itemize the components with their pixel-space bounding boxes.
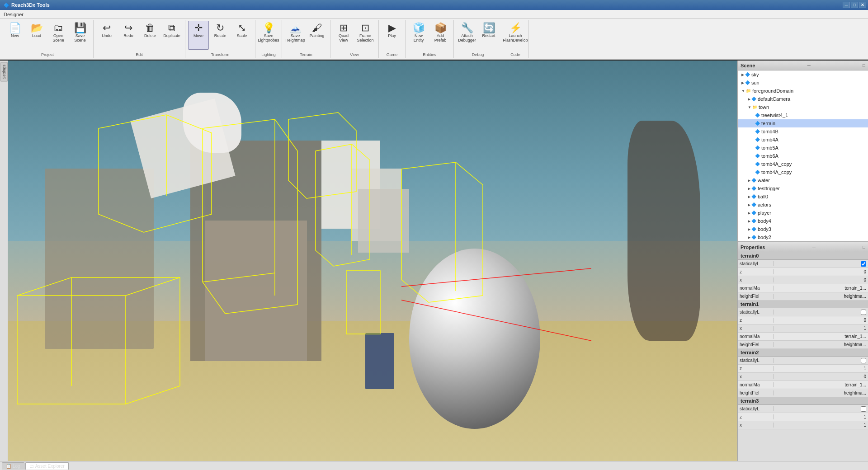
tool-btn-attach-debugger[interactable]: 🔧Attach Debugger [457, 21, 477, 50]
prop-label: x [738, 423, 774, 428]
tree-item[interactable]: 🔷tomb4A_copy [738, 160, 868, 168]
tree-item[interactable]: ▶🔷sun [738, 79, 868, 87]
prop-row[interactable]: heightFielheightma... [738, 389, 868, 397]
tree-item[interactable]: ▶🔷water [738, 176, 868, 184]
tree-item[interactable]: ▶🔷ball0 [738, 193, 868, 201]
tool-btn-save-scene[interactable]: 💾Save Scene [70, 21, 90, 50]
tool-btn-move[interactable]: ✛Move [188, 21, 209, 50]
prop-value: heightma... [774, 390, 868, 395]
prop-group-header: terrain2 [738, 349, 868, 357]
tree-item[interactable]: ▶🔷testtrigger [738, 184, 868, 193]
right-panel: Scene ─ □ ▶🔷sky▶🔷sun▼📁foregroundDomain▶🔷… [737, 61, 868, 461]
tool-btn-frame-selection[interactable]: ⊡Frame Selection [355, 21, 376, 50]
status-tab-asset-explorer[interactable]: 🗂Asset Explorer [25, 462, 69, 470]
prop-label: normalMa [738, 286, 774, 291]
tool-btn-rotate[interactable]: ↻Rotate [210, 21, 231, 50]
minimize-button[interactable]: ─ [843, 2, 850, 8]
prop-row[interactable]: normalMaterrain_1... [738, 381, 868, 389]
tree-item[interactable]: ▶🔷sky [738, 70, 868, 79]
tool-btn-undo[interactable]: ↩Undo [96, 21, 117, 50]
tool-btn-new-entity[interactable]: 🧊New Entity [408, 21, 429, 50]
designer-tab[interactable]: Designer [0, 10, 27, 19]
tree-item[interactable]: 🔷tomb5A [738, 144, 868, 152]
tree-item[interactable]: ▶🔷defaultCamera [738, 95, 868, 103]
tool-btn-painting[interactable]: 🖌Painting [307, 21, 327, 50]
toolbar-group-game: ▶PlayGame [379, 20, 406, 58]
tool-btn-restart[interactable]: 🔄Restart [478, 21, 499, 50]
settings-sidebar: Settings [0, 61, 8, 461]
close-button[interactable]: ✕ [859, 2, 866, 8]
status-tab-icon: 🗂 [29, 464, 34, 469]
tool-btn-play[interactable]: ▶Play [382, 21, 402, 50]
prop-row[interactable]: z1 [738, 365, 868, 373]
tree-item-label: tomb6A [761, 153, 778, 159]
prop-row[interactable]: x1 [738, 324, 868, 333]
tool-btn-open-scene[interactable]: 🗂Open Scene [48, 21, 69, 50]
tree-item-label: testtrigger [758, 186, 780, 191]
prop-row[interactable]: staticallyL [738, 357, 868, 365]
prop-checkbox[interactable] [861, 358, 866, 363]
tree-item[interactable]: ▶🔷body2 [738, 233, 868, 241]
prop-label: staticallyL [738, 358, 774, 363]
tool-btn-add-prefab[interactable]: 📦Add Prefab [430, 21, 451, 50]
scene-panel-minimize[interactable]: ─ [807, 63, 811, 68]
prop-row[interactable]: staticallyL [738, 405, 868, 413]
tool-btn-quad-view[interactable]: ⊞Quad View [333, 21, 354, 50]
tree-item[interactable]: ▼📁town [738, 103, 868, 111]
prop-row[interactable]: normalMaterrain_1... [738, 284, 868, 292]
tree-item[interactable]: 🔷treetwist4_1 [738, 111, 868, 119]
tree-item-label: tomb4A [761, 137, 778, 142]
maximize-button[interactable]: □ [851, 2, 858, 8]
tree-item[interactable]: ▶🔷actors [738, 201, 868, 209]
prop-row[interactable]: x0 [738, 373, 868, 381]
prop-checkbox[interactable] [861, 310, 866, 315]
tree-item[interactable]: ▶🔷body4 [738, 217, 868, 225]
tool-btn-new[interactable]: 📄New [5, 21, 25, 50]
props-panel-maximize[interactable]: □ [863, 244, 865, 249]
tool-btn-scale[interactable]: ⤡Scale [231, 21, 252, 50]
settings-tab[interactable]: Settings [0, 62, 8, 82]
tool-btn-save-heightmap[interactable]: 🗻Save Heightmap [285, 21, 306, 50]
tree-item[interactable]: 🔷tomb4B [738, 127, 868, 136]
prop-row[interactable]: z1 [738, 413, 868, 421]
tree-item[interactable]: ▶🔷player [738, 209, 868, 217]
quad-view-label: Quad View [335, 34, 353, 43]
prop-row[interactable]: normalMaterrain_1... [738, 333, 868, 341]
prop-row[interactable]: staticallyL [738, 260, 868, 268]
prop-checkbox[interactable] [861, 406, 866, 412]
prop-row[interactable]: staticallyL [738, 308, 868, 316]
toolbar-group-label-code: Code [505, 52, 526, 57]
tree-item[interactable]: ▼📁foregroundDomain [738, 87, 868, 95]
prop-row[interactable]: heightFielheightma... [738, 292, 868, 301]
toolbar-group-label-entities: Entities [408, 52, 451, 57]
tree-item[interactable]: 🔷tomb4A_copy [738, 168, 868, 176]
save-heightmap-icon: 🗻 [289, 23, 302, 33]
add-prefab-icon: 📦 [434, 23, 447, 33]
tree-item-label: treetwist4_1 [761, 113, 788, 118]
tree-item-icon: 🔷 [751, 186, 756, 191]
prop-checkbox[interactable] [861, 261, 866, 267]
tool-btn-launch-flashdevelop[interactable]: ⚡Launch FlashDevelop [505, 21, 526, 50]
status-tab-log[interactable]: 📋Log [2, 462, 24, 470]
tool-btn-delete[interactable]: 🗑Delete [140, 21, 160, 50]
prop-row[interactable]: x0 [738, 276, 868, 284]
prop-row[interactable]: heightFielheightma... [738, 341, 868, 349]
tree-item[interactable]: 🔷tomb6A [738, 152, 868, 160]
tree-item[interactable]: 🔷terrain [738, 119, 868, 127]
prop-value: 0 [774, 269, 868, 274]
prop-row[interactable]: z0 [738, 316, 868, 324]
tool-btn-duplicate[interactable]: ⧉Duplicate [161, 21, 182, 50]
save-heightmap-label: Save Heightmap [285, 34, 305, 43]
prop-label: z [738, 269, 774, 274]
tool-btn-save-lightprobes[interactable]: 💡Save Lightprobes [258, 21, 279, 50]
tree-item[interactable]: 🔷tomb4A [738, 136, 868, 144]
prop-row[interactable]: z0 [738, 268, 868, 276]
tree-expand-icon: ▶ [748, 235, 750, 240]
prop-row[interactable]: x1 [738, 421, 868, 429]
props-panel-minimize[interactable]: ─ [812, 244, 816, 249]
scene-panel-maximize[interactable]: □ [863, 63, 865, 68]
viewport[interactable] [8, 61, 737, 461]
tree-item[interactable]: ▶🔷body3 [738, 225, 868, 233]
tool-btn-redo[interactable]: ↪Redo [118, 21, 139, 50]
tool-btn-load[interactable]: 📂Load [26, 21, 47, 50]
